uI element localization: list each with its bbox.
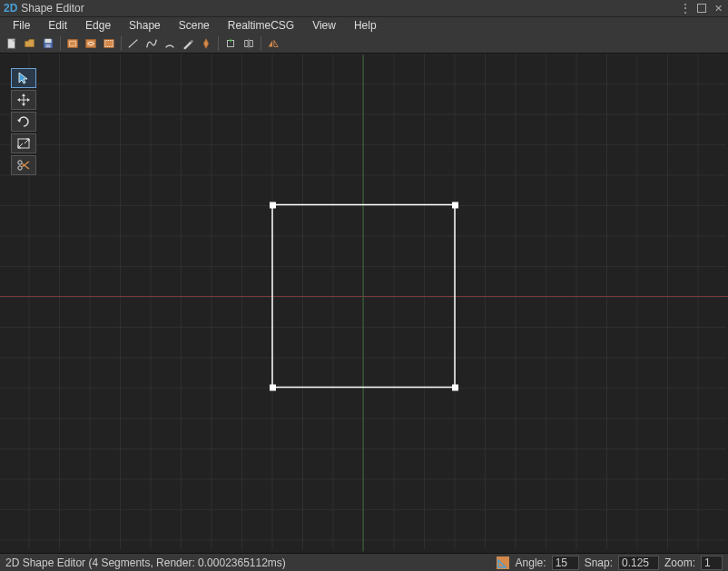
pointer-tool[interactable] bbox=[11, 68, 36, 88]
side-toolbar bbox=[11, 68, 36, 175]
menu-edge[interactable]: Edge bbox=[76, 17, 120, 34]
move-tool[interactable] bbox=[11, 90, 36, 110]
menu-realtimecsg[interactable]: RealtimeCSG bbox=[219, 17, 303, 34]
svg-rect-3 bbox=[45, 44, 50, 48]
workspace bbox=[0, 54, 728, 553]
svg-rect-2 bbox=[45, 39, 52, 43]
pen-icon[interactable] bbox=[198, 36, 214, 51]
canvas[interactable] bbox=[0, 54, 728, 553]
scale-tool[interactable] bbox=[11, 133, 36, 153]
menu-shape[interactable]: Shape bbox=[120, 17, 170, 34]
vertex-handle[interactable] bbox=[452, 202, 458, 209]
select-free-icon[interactable] bbox=[83, 36, 99, 51]
menu-file[interactable]: File bbox=[4, 17, 39, 34]
pencil-icon[interactable] bbox=[180, 36, 196, 51]
angle-label: Angle: bbox=[516, 556, 546, 569]
open-icon[interactable] bbox=[22, 36, 38, 51]
zoom-input[interactable] bbox=[701, 556, 723, 570]
cut-tool[interactable] bbox=[11, 155, 36, 175]
zoom-label: Zoom: bbox=[664, 556, 695, 569]
snap-input[interactable] bbox=[618, 556, 659, 570]
status-bar: 2D Shape Editor (4 Segments, Render: 0.0… bbox=[0, 553, 728, 571]
svg-line-9 bbox=[129, 40, 138, 48]
new-icon[interactable] bbox=[4, 36, 20, 51]
select-all-icon[interactable] bbox=[101, 36, 117, 51]
menu-edit[interactable]: Edit bbox=[39, 17, 76, 34]
vertex-handle[interactable] bbox=[452, 385, 458, 391]
line-icon[interactable] bbox=[125, 36, 142, 51]
title-bar: 2D Shape Editor bbox=[0, 0, 728, 17]
menu-view[interactable]: View bbox=[303, 17, 345, 34]
options-icon[interactable] bbox=[679, 2, 692, 15]
select-rect-icon[interactable] bbox=[64, 36, 81, 51]
svg-point-17 bbox=[18, 166, 22, 170]
grid-svg bbox=[0, 54, 728, 553]
rotate-tool[interactable] bbox=[11, 112, 36, 132]
snap-label: Snap: bbox=[585, 556, 613, 569]
maximize-button[interactable] bbox=[695, 2, 708, 15]
title-prefix: 2D bbox=[4, 2, 17, 15]
menu-scene[interactable]: Scene bbox=[170, 17, 219, 34]
menu-help[interactable]: Help bbox=[345, 17, 386, 34]
vertex-handle[interactable] bbox=[270, 202, 276, 209]
save-icon[interactable] bbox=[40, 36, 56, 51]
toolbar bbox=[0, 34, 728, 54]
menu-bar: File Edit Edge Shape Scene RealtimeCSG V… bbox=[0, 17, 728, 34]
angle-snap-icon[interactable] bbox=[496, 556, 510, 570]
svg-point-18 bbox=[18, 161, 22, 164]
angle-input[interactable] bbox=[552, 556, 579, 570]
mirror-icon[interactable] bbox=[265, 36, 281, 51]
close-button[interactable] bbox=[712, 2, 724, 15]
arc-icon[interactable] bbox=[162, 36, 178, 51]
bezier-icon[interactable] bbox=[143, 36, 160, 51]
vertex-handle[interactable] bbox=[270, 385, 276, 391]
title-text: Shape Editor bbox=[21, 2, 84, 15]
status-text: 2D Shape Editor (4 Segments, Render: 0.0… bbox=[5, 556, 490, 569]
add-icon[interactable] bbox=[222, 36, 239, 51]
flip-icon[interactable] bbox=[241, 36, 257, 51]
